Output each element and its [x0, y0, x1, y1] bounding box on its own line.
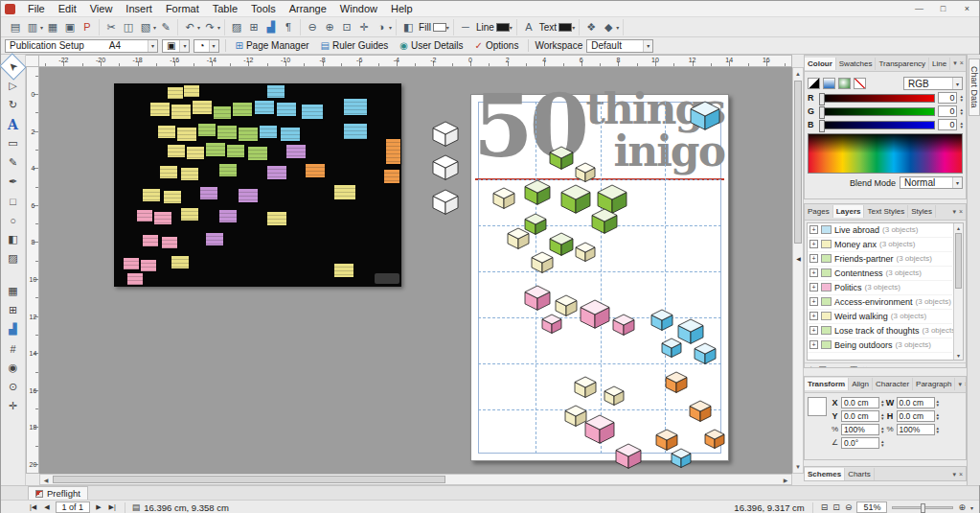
pen-tool[interactable]: ✒ [3, 173, 23, 191]
zoom-out-icon[interactable]: ⊖ [845, 502, 853, 512]
solid-fill-icon[interactable] [808, 78, 820, 89]
new-document-button[interactable]: ▤ [7, 19, 24, 35]
scale-y-spinner[interactable]: ▴▾ [937, 426, 940, 433]
scale-x-spinner[interactable]: ▴▾ [881, 426, 884, 433]
h-spinner[interactable]: ▴▾ [937, 412, 940, 420]
eyedropper-tool[interactable]: ◉ [3, 359, 23, 377]
scroll-down-icon[interactable]: ▼ [793, 461, 803, 473]
layers-tab-styles[interactable]: Styles [908, 205, 936, 218]
blue-spinner[interactable]: ▴▾ [960, 121, 963, 128]
menu-help[interactable]: Help [384, 2, 420, 15]
preflight-tab[interactable]: Preflight [28, 486, 88, 500]
user-details-button[interactable]: ◉User Details [396, 39, 467, 52]
y-input[interactable]: 0.0 cm [841, 410, 879, 422]
layers-close-icon[interactable]: × [959, 208, 963, 216]
vertical-scrollbar[interactable]: ▲ ▼ [792, 67, 804, 474]
layers-scroll-thumb[interactable] [955, 233, 962, 289]
close-button[interactable]: × [955, 1, 979, 16]
zoom-slider-thumb[interactable] [921, 503, 925, 513]
colour-tab-transparency[interactable]: Transparency [876, 58, 929, 70]
schemes-tab-charts[interactable]: Charts [845, 468, 875, 480]
layer-row[interactable]: +Lose track of thoughts(3 objects) [808, 324, 952, 338]
cut-button[interactable]: ✂ [103, 19, 120, 35]
horizontal-scrollbar[interactable]: ◀ ▶ [39, 474, 792, 485]
bitmap-fill-icon[interactable] [838, 78, 851, 89]
layers-menu-icon[interactable]: ▾ [952, 208, 956, 216]
layer-row[interactable]: +Politics(3 objects) [808, 281, 952, 295]
scale-y-input[interactable]: 100% [897, 424, 935, 435]
layers-tab-text-styles[interactable]: Text Styles [864, 205, 908, 218]
zoom-out-button[interactable]: ⊖ [304, 19, 321, 35]
scroll-right-icon[interactable]: ▶ [780, 475, 791, 484]
wireframe-cube[interactable] [433, 155, 458, 179]
menu-window[interactable]: Window [333, 2, 384, 15]
insert-chart-button[interactable]: ▟ [262, 19, 280, 35]
fill-style-combo[interactable]: ▾ [446, 24, 449, 31]
view-quality-button[interactable]: ◑ [373, 19, 390, 35]
colour-menu-icon[interactable]: ▾ [953, 59, 957, 67]
red-spinner[interactable]: ▴▾ [960, 94, 963, 102]
rotation-input[interactable]: 0.0° [841, 437, 879, 449]
transform-tab-character[interactable]: Character [873, 378, 913, 390]
menu-insert[interactable]: Insert [119, 2, 159, 15]
previous-page-button[interactable]: ◀ [42, 503, 51, 511]
layer-row[interactable]: +Live abroad(3 objects) [808, 223, 952, 238]
expand-icon[interactable]: + [809, 225, 818, 234]
schemes-tab-schemes[interactable]: Schemes [805, 468, 845, 480]
scroll-left-icon[interactable]: ◀ [40, 475, 52, 484]
menu-edit[interactable]: Edit [52, 2, 83, 15]
export-pdf-button[interactable]: P [79, 19, 96, 35]
canvas[interactable]: 50 things inigo [39, 67, 792, 474]
expand-icon[interactable]: + [809, 340, 818, 349]
layers-tab-layers[interactable]: Layers [833, 205, 865, 218]
menu-table[interactable]: Table [206, 2, 244, 15]
vertical-scroll-thumb[interactable] [794, 81, 802, 244]
maximize-button[interactable]: □ [931, 1, 955, 16]
layer-row[interactable]: +Being outdoors(3 objects) [808, 338, 952, 353]
zoom-in-icon[interactable]: ⊕ [958, 502, 966, 512]
sticky-board-image[interactable] [114, 83, 401, 287]
red-value-input[interactable]: 0 [938, 92, 957, 104]
text-style-combo-swatch[interactable] [558, 23, 572, 32]
open-button-dropdown-icon[interactable]: ▾ [40, 24, 43, 31]
next-page-button[interactable]: ▶ [94, 503, 103, 511]
layer-row[interactable]: +Friends-partner(3 objects) [808, 252, 952, 267]
expand-icon[interactable]: + [809, 283, 818, 291]
scroll-down-icon[interactable]: ▾ [954, 351, 963, 360]
copy-button[interactable]: ◫ [120, 19, 137, 35]
insert-text-frame-button[interactable]: ¶ [280, 19, 297, 35]
rectangle-tool[interactable]: □ [3, 192, 23, 210]
chart-tool[interactable]: ▟ [3, 320, 23, 338]
green-spinner[interactable]: ▴▾ [960, 107, 963, 115]
h-input[interactable]: 0.0 cm [897, 410, 935, 422]
text-style-combo[interactable]: ▾ [572, 24, 575, 31]
scroll-up-icon[interactable]: ▲ [793, 68, 803, 80]
chart-data-tab[interactable]: Chart Data [969, 58, 980, 116]
rotation-spinner[interactable]: ▴▾ [881, 439, 884, 447]
ruler-guides-button[interactable]: ▤Ruler Guides [317, 39, 393, 52]
expand-icon[interactable]: + [809, 312, 818, 320]
panel-collapse-handle[interactable]: ◀ [794, 250, 803, 266]
pencil-tool[interactable]: ✎ [3, 153, 23, 172]
wireframe-cube[interactable] [433, 190, 458, 214]
view-quality-button-dropdown-icon[interactable]: ▾ [389, 24, 392, 31]
frame-text-tool[interactable]: ▭ [3, 134, 23, 152]
colour-mode-combo[interactable]: RGB▾ [903, 77, 963, 90]
menu-arrange[interactable]: Arrange [283, 2, 333, 15]
no-fill-icon[interactable] [854, 78, 866, 89]
view-preset-combo[interactable]: ◔▾ [194, 39, 218, 53]
anchor-point-selector[interactable] [808, 397, 827, 416]
blue-value-input[interactable]: 0 [938, 119, 957, 130]
zoom-menu-icon[interactable]: ▾ [970, 504, 973, 511]
scroll-up-icon[interactable]: ▴ [954, 223, 963, 232]
schemes-close-icon[interactable]: × [959, 471, 963, 478]
ellipse-tool[interactable]: ○ [3, 211, 23, 229]
transform-menu-icon[interactable]: ▾ [958, 381, 962, 388]
transparency-tool[interactable]: ▨ [3, 249, 23, 268]
schemes-menu-icon[interactable]: ▾ [952, 471, 956, 478]
scale-x-input[interactable]: 100% [841, 424, 879, 435]
wireframe-cube[interactable] [433, 122, 458, 146]
menu-file[interactable]: File [21, 2, 52, 15]
horizontal-scroll-thumb[interactable] [53, 476, 445, 483]
colour-spectrum-picker[interactable] [808, 133, 963, 174]
